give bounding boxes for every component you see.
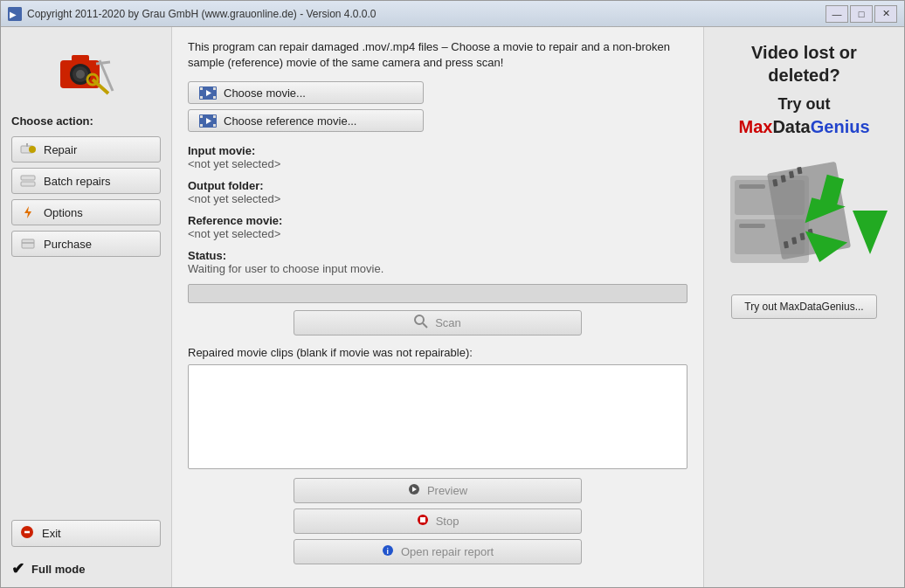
choose-action-label: Choose action:: [11, 114, 161, 128]
app-logo: [11, 43, 161, 104]
svg-point-33: [415, 315, 424, 324]
lightning-icon: [19, 204, 37, 220]
svg-rect-29: [213, 115, 216, 118]
output-folder-section: Output folder: <not yet selected>: [188, 179, 687, 211]
scan-button[interactable]: Scan: [294, 310, 582, 336]
promo-title: Video lost ordeleted?: [751, 41, 857, 86]
brand-max: Max: [738, 117, 772, 136]
input-movie-label: Input movie:: [188, 144, 687, 157]
svg-rect-15: [21, 182, 35, 186]
options-label: Options: [44, 206, 153, 219]
maximize-button[interactable]: □: [850, 5, 873, 23]
choose-movie-button[interactable]: Choose movie...: [188, 81, 424, 104]
choose-movie-label: Choose movie...: [224, 86, 306, 100]
stop-button[interactable]: Stop: [294, 508, 582, 534]
purchase-button[interactable]: Purchase: [11, 231, 161, 257]
try-maxdatagenius-button[interactable]: Try out MaxDataGenius...: [731, 294, 876, 319]
svg-rect-28: [200, 115, 203, 118]
status-section: Status: Waiting for user to choose input…: [188, 249, 687, 280]
full-mode-indicator: ✔ Full mode: [11, 559, 161, 578]
svg-marker-57: [853, 211, 888, 254]
bottom-buttons: Preview Stop i: [188, 478, 687, 564]
scan-label: Scan: [435, 316, 461, 329]
repair-button[interactable]: Repair: [11, 136, 161, 163]
exit-icon: [19, 525, 35, 542]
input-movie-section: Input movie: <not yet selected>: [188, 144, 687, 176]
choose-reference-button[interactable]: Choose reference movie...: [188, 109, 424, 132]
svg-point-6: [76, 70, 85, 79]
svg-rect-24: [200, 96, 203, 99]
preview-button[interactable]: Preview: [294, 478, 582, 503]
promo-graphic: [722, 149, 888, 280]
svg-line-34: [423, 323, 427, 328]
promo-panel: Video lost ordeleted? Try out MaxDataGen…: [703, 27, 904, 587]
reference-movie-value: <not yet selected>: [188, 227, 687, 240]
output-folder-label: Output folder:: [188, 179, 687, 192]
minimize-button[interactable]: —: [826, 5, 848, 23]
movie-icon: [199, 86, 217, 100]
open-repair-report-label: Open repair report: [401, 545, 494, 558]
window-controls: — □ ✕: [826, 5, 897, 23]
wrench-icon: [19, 142, 37, 157]
purchase-icon: [19, 236, 37, 252]
batch-repairs-button[interactable]: Batch repairs: [11, 168, 161, 194]
svg-point-13: [29, 146, 36, 153]
progress-bar: [188, 284, 687, 303]
reference-movie-icon: [199, 114, 217, 128]
input-movie-value: <not yet selected>: [188, 157, 687, 170]
svg-marker-16: [24, 206, 31, 218]
promo-image: [722, 149, 888, 280]
info-icon: i: [382, 544, 394, 559]
open-repair-report-button[interactable]: i Open repair report: [294, 539, 582, 564]
stop-icon: [417, 514, 429, 529]
reference-movie-section: Reference movie: <not yet selected>: [188, 214, 687, 246]
stop-label: Stop: [436, 515, 459, 528]
brand-data: Data: [772, 117, 810, 136]
promo-brand: MaxDataGenius: [738, 117, 869, 137]
logo-icon: [56, 43, 117, 104]
app-icon: ▶: [8, 7, 22, 21]
svg-rect-44: [739, 184, 765, 189]
repair-label: Repair: [44, 143, 153, 156]
sidebar: Choose action: Repair: [1, 27, 172, 587]
purchase-label: Purchase: [44, 238, 153, 251]
full-mode-label: Full mode: [31, 563, 85, 576]
exit-label: Exit: [42, 527, 61, 540]
brand-genius: Genius: [811, 117, 870, 136]
svg-rect-22: [200, 87, 203, 90]
svg-text:i: i: [386, 547, 389, 556]
repaired-clips-box: [188, 364, 687, 469]
svg-rect-25: [213, 96, 216, 99]
preview-icon: [408, 483, 420, 498]
svg-rect-23: [213, 87, 216, 90]
content-area: Choose action: Repair: [1, 27, 904, 587]
batch-repairs-label: Batch repairs: [44, 175, 153, 188]
svg-rect-45: [739, 224, 765, 228]
reference-movie-label: Reference movie:: [188, 214, 687, 227]
file-buttons: Choose movie... Choose reference m: [188, 81, 687, 132]
output-folder-value: <not yet selected>: [188, 192, 687, 205]
close-button[interactable]: ✕: [874, 5, 897, 23]
svg-text:▶: ▶: [10, 10, 17, 19]
preview-label: Preview: [427, 484, 467, 497]
svg-rect-3: [72, 55, 89, 64]
svg-rect-14: [21, 176, 35, 180]
repaired-clips-label: Repaired movie clips (blank if movie was…: [188, 346, 687, 359]
checkmark-icon: ✔: [11, 559, 24, 578]
batch-icon: [19, 173, 37, 189]
svg-rect-30: [200, 124, 203, 127]
choose-reference-label: Choose reference movie...: [224, 114, 356, 128]
svg-rect-31: [213, 124, 216, 127]
options-button[interactable]: Options: [11, 199, 161, 225]
svg-rect-38: [420, 517, 425, 522]
intro-text: This program can repair damaged .mov/.mp…: [188, 39, 687, 71]
exit-button[interactable]: Exit: [11, 520, 161, 547]
promo-try-label: Try out: [777, 95, 830, 114]
svg-rect-17: [22, 239, 34, 248]
svg-line-10: [96, 62, 110, 64]
window-title: Copyright 2011-2020 by Grau GmbH (www.gr…: [27, 8, 826, 20]
app-window: ▶ Copyright 2011-2020 by Grau GmbH (www.…: [0, 0, 905, 588]
status-value: Waiting for user to choose input movie.: [188, 262, 687, 275]
scan-icon: [414, 315, 428, 331]
title-bar: ▶ Copyright 2011-2020 by Grau GmbH (www.…: [1, 1, 904, 27]
